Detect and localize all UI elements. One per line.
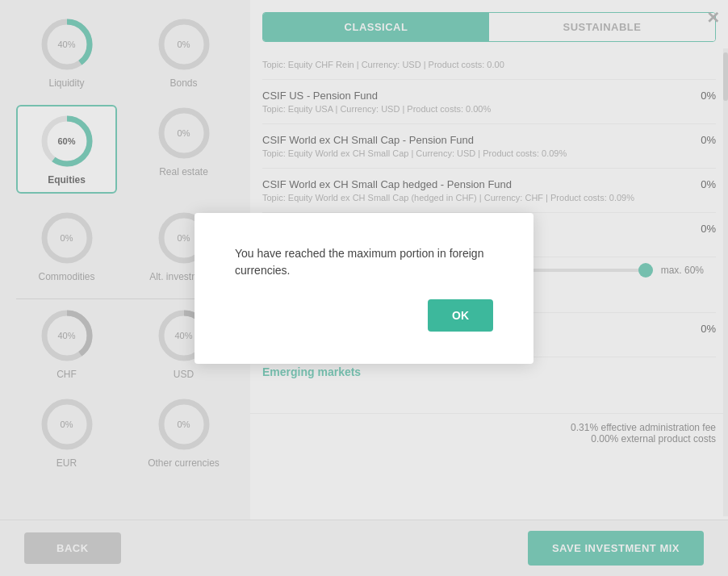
modal-overlay: You have reached the maximum portion in … <box>0 0 728 576</box>
modal-ok-button[interactable]: OK <box>428 299 493 332</box>
modal-message: You have reached the maximum portion in … <box>235 245 493 279</box>
modal-dialog: You have reached the maximum portion in … <box>195 213 533 364</box>
